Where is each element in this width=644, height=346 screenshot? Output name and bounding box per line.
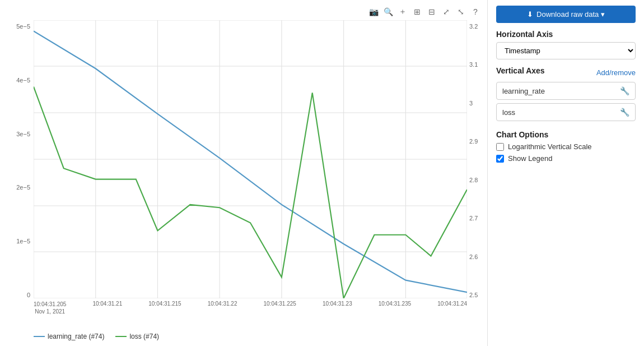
y-axis-right: 3.2 3.1 3 2.9 2.8 2.7 2.6 2.5 (467, 20, 487, 329)
checkbox-row-legend: Show Legend (496, 154, 636, 163)
expand-icon[interactable]: ⤢ (440, 6, 452, 18)
y-left-label-3: 2e−5 (16, 184, 30, 191)
y-right-label-7: 2.5 (469, 292, 478, 298)
y-right-label-5: 2.7 (469, 215, 478, 222)
download-icon: ⬇ (527, 10, 533, 19)
pan-icon[interactable]: ⊞ (411, 6, 423, 18)
learning-rate-line (34, 31, 467, 292)
vertical-axes-section: Vertical Axes Add/remove learning_rate 🔧… (496, 66, 636, 121)
add-remove-link[interactable]: Add/remove (596, 68, 636, 77)
y-right-label-3: 2.9 (469, 138, 478, 145)
show-legend-label: Show Legend (508, 154, 553, 163)
y-axis-left: 5e−5 4e−5 3e−5 2e−5 1e−5 0 (6, 20, 34, 329)
x-label-6: 10:04:31.235 (379, 301, 411, 315)
y-right-label-4: 2.8 (469, 177, 478, 183)
loss-line (34, 87, 467, 298)
minus-icon[interactable]: ⊟ (426, 6, 438, 18)
chart-area: 📷 🔍 ＋ ⊞ ⊟ ⤢ ⤡ ? 5e−5 4e−5 3e−5 2e−5 1e−5… (0, 0, 487, 346)
download-button[interactable]: ⬇ Download raw data ▾ (496, 6, 636, 23)
axis-item-lr: learning_rate 🔧 (496, 82, 636, 100)
x-label-4: 10:04:31.225 (264, 301, 296, 315)
legend-label-lr: learning_rate (#74) (48, 333, 104, 340)
help-icon[interactable]: ? (469, 6, 482, 18)
chart-wrapper: 5e−5 4e−5 3e−5 2e−5 1e−5 0 (6, 20, 487, 329)
y-right-label-0: 3.2 (469, 23, 478, 30)
plus-icon[interactable]: ＋ (396, 6, 409, 18)
chart-options-section: Chart Options Logarithmic Vertical Scale… (496, 130, 636, 163)
log-scale-checkbox[interactable] (496, 143, 504, 151)
vertical-axes-header: Vertical Axes Add/remove (496, 66, 636, 79)
horizontal-axis-title: Horizontal Axis (496, 30, 636, 39)
y-left-label-1: 4e−5 (16, 77, 30, 84)
chart-options-title: Chart Options (496, 130, 636, 139)
show-legend-checkbox[interactable] (496, 155, 504, 163)
y-right-label-1: 3.1 (469, 61, 478, 68)
horizontal-axis-section: Horizontal Axis Timestamp Step Relative (496, 30, 636, 59)
sidebar: ⬇ Download raw data ▾ Horizontal Axis Ti… (487, 0, 644, 346)
vertical-axes-title: Vertical Axes (496, 66, 545, 75)
y-right-label-6: 2.6 (469, 253, 478, 260)
chart-svg (34, 20, 467, 298)
y-left-label-0: 5e−5 (16, 23, 30, 30)
camera-icon[interactable]: 📷 (367, 6, 380, 18)
x-label-3: 10:04:31.22 (208, 301, 237, 315)
contract-icon[interactable]: ⤡ (455, 6, 467, 18)
axis-item-lr-label: learning_rate (502, 87, 545, 95)
x-label-1: 10:04:31.21 (92, 301, 122, 315)
axis-item-loss: loss 🔧 (496, 103, 636, 121)
legend-line-loss (115, 336, 127, 337)
legend-item-lr: learning_rate (#74) (34, 333, 104, 340)
wrench-icon-loss[interactable]: 🔧 (620, 108, 629, 117)
log-scale-label: Logarithmic Vertical Scale (508, 142, 592, 151)
wrench-icon-lr[interactable]: 🔧 (620, 86, 629, 95)
legend-label-loss: loss (#74) (129, 333, 159, 340)
chart-legend: learning_rate (#74) loss (#74) (6, 329, 487, 340)
y-left-label-5: 0 (27, 292, 30, 298)
legend-item-loss: loss (#74) (115, 333, 159, 340)
legend-line-lr (34, 336, 45, 337)
y-left-label-4: 1e−5 (16, 238, 30, 244)
horizontal-axis-select[interactable]: Timestamp Step Relative (496, 42, 636, 59)
axis-item-loss-label: loss (502, 108, 515, 117)
checkbox-row-log: Logarithmic Vertical Scale (496, 142, 636, 151)
y-right-label-2: 3 (469, 100, 473, 107)
x-label-2: 10:04:31.215 (148, 301, 181, 315)
x-label-5: 10:04:31.23 (323, 301, 352, 315)
chart-inner: 10:04:31.205Nov 1, 2021 10:04:31.21 10:0… (34, 20, 467, 329)
x-label-7: 10:04:31.24 (437, 301, 467, 315)
download-label: Download raw data ▾ (536, 10, 605, 19)
zoom-icon[interactable]: 🔍 (382, 6, 394, 18)
x-label-0: 10:04:31.205Nov 1, 2021 (34, 301, 66, 315)
main-container: 📷 🔍 ＋ ⊞ ⊟ ⤢ ⤡ ? 5e−5 4e−5 3e−5 2e−5 1e−5… (0, 0, 644, 346)
chart-toolbar: 📷 🔍 ＋ ⊞ ⊟ ⤢ ⤡ ? (6, 6, 487, 18)
y-left-label-2: 3e−5 (16, 131, 30, 137)
